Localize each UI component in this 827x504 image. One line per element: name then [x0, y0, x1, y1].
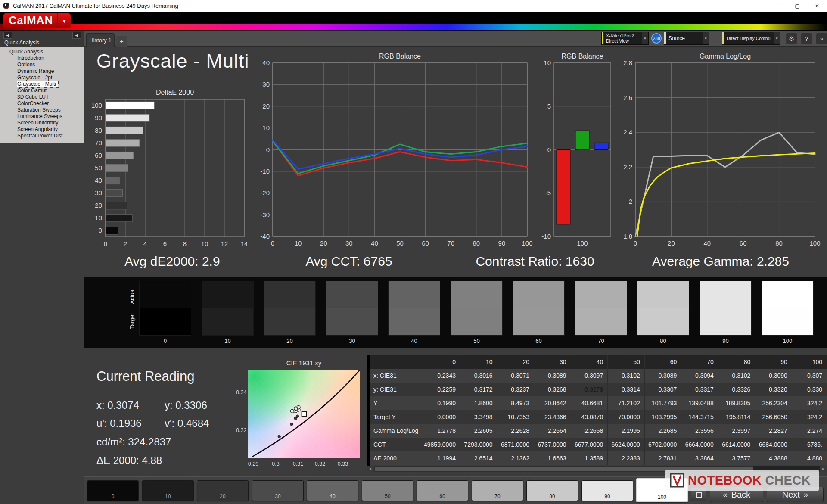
table-cell[interactable]: 0.3097 [571, 369, 608, 383]
table-cell[interactable]: 6702.0000 [644, 438, 681, 451]
tab-history-1[interactable]: History 1 [86, 33, 115, 47]
table-cell[interactable]: 0.3090 [755, 369, 792, 383]
table-cell[interactable]: 3.7577 [718, 451, 755, 465]
display-control-selector[interactable]: Direct Display Control ▼ [722, 32, 780, 45]
level-button-30[interactable]: 30 [252, 480, 304, 501]
sidebar-item-quick-analysis[interactable]: Quick Analysis [0, 49, 84, 55]
table-cell[interactable]: 0.3307 [644, 383, 681, 396]
sidebar-item-grayscale-2pt[interactable]: Grayscale - 2pt [0, 75, 84, 81]
table-cell[interactable]: 20.8642 [534, 396, 571, 410]
table-cell[interactable]: 2.7831 [644, 451, 681, 465]
table-cell[interactable]: 6737.0000 [534, 438, 571, 451]
table-cell[interactable]: 144.3715 [681, 410, 718, 424]
table-cell[interactable]: 3.3864 [681, 451, 718, 465]
table-cell[interactable]: 23.4366 [534, 410, 571, 424]
table-cell[interactable]: 1.1994 [423, 451, 460, 465]
table-cell[interactable]: 2.6514 [460, 451, 497, 465]
table-cell[interactable]: 6614.0000 [718, 438, 755, 451]
table-cell[interactable]: 0.3094 [681, 369, 718, 383]
table-cell[interactable]: 324.2 [792, 410, 827, 424]
maximize-button[interactable]: ▢ [787, 0, 807, 12]
sidebar-item-luminance-sweeps[interactable]: Luminance Sweeps [0, 113, 84, 120]
table-cell[interactable]: 40.6681 [571, 396, 608, 410]
table-cell[interactable]: 2.2827 [755, 424, 792, 438]
table-cell[interactable]: 6677.0000 [571, 438, 608, 451]
table-cell[interactable]: 0.3317 [681, 383, 718, 396]
sidebar-collapse-icon[interactable]: ◀ [72, 32, 81, 39]
table-cell[interactable]: 2.2685 [644, 424, 681, 438]
table-cell[interactable]: 0.2259 [423, 383, 460, 396]
level-button-0[interactable]: 0 [87, 480, 139, 501]
level-button-90[interactable]: 90 [581, 480, 633, 501]
table-cell[interactable]: 139.0488 [681, 396, 718, 410]
source-selector[interactable]: Source ▼ [664, 32, 709, 45]
help-icon[interactable]: ? [801, 33, 812, 44]
table-cell[interactable]: 0.0000 [423, 410, 460, 424]
table-cell[interactable]: 6664.0000 [681, 438, 718, 451]
table-cell[interactable]: 0.3237 [497, 383, 534, 396]
sidebar-item-spectral-power-dist[interactable]: Spectral Power Dist. [0, 133, 84, 139]
table-cell[interactable]: 49859.0000 [423, 438, 460, 451]
table-cell[interactable]: 256.2304 [755, 396, 792, 410]
table-cell[interactable]: 2.274 [792, 424, 827, 438]
table-cell[interactable]: 1.3589 [571, 451, 608, 465]
workflow-back-icon[interactable]: ◀ [3, 32, 12, 39]
table-cell[interactable]: 1.2778 [423, 424, 460, 438]
chevron-down-icon[interactable]: ▼ [703, 32, 709, 44]
table-cell[interactable]: 6624.0000 [608, 438, 645, 451]
level-button-60[interactable]: 60 [417, 480, 468, 501]
table-cell[interactable]: 4.880 [792, 451, 827, 465]
table-cell[interactable]: 0.1990 [423, 396, 460, 410]
minimize-button[interactable]: — [768, 0, 787, 12]
table-cell[interactable]: 2.2658 [571, 424, 608, 438]
table-cell[interactable]: 2.2628 [497, 424, 534, 438]
table-cell[interactable]: 0.3071 [497, 369, 534, 383]
table-cell[interactable]: 101.7793 [644, 396, 681, 410]
logo-dropdown-icon[interactable]: ▼ [57, 13, 71, 28]
sidebar-item-grayscale-multi[interactable]: Grayscale - Multi [17, 81, 58, 87]
table-cell[interactable]: 6684.0000 [755, 438, 792, 451]
table-cell[interactable]: 1.6663 [534, 451, 571, 465]
level-button-70[interactable]: 70 [472, 480, 523, 501]
sidebar-item-options[interactable]: Options [0, 62, 84, 68]
table-cell[interactable]: 2.3997 [718, 424, 755, 438]
table-cell[interactable]: 2.3556 [681, 424, 718, 438]
table-cell[interactable]: 103.2995 [644, 410, 681, 424]
table-cell[interactable]: 0.3268 [534, 383, 571, 396]
table-cell[interactable]: 0.3102 [718, 369, 755, 383]
sidebar-item-saturation-sweeps[interactable]: Saturation Sweeps [0, 107, 84, 113]
level-button-20[interactable]: 20 [197, 480, 249, 501]
level-button-50[interactable]: 50 [362, 480, 414, 501]
add-tab-button[interactable]: + [116, 36, 127, 47]
table-cell[interactable]: 6786. [792, 438, 827, 451]
table-cell[interactable]: 43.0870 [571, 410, 608, 424]
table-cell[interactable]: 6871.0000 [497, 438, 534, 451]
table-cell[interactable]: 0.3314 [608, 383, 645, 396]
meter-selector[interactable]: X-Rite i1Pro 2 Direct View ▼ [601, 32, 649, 45]
scroll-right-icon[interactable]: ► [820, 466, 827, 472]
table-cell[interactable]: 0.330 [792, 383, 827, 396]
table-cell[interactable]: 0.307 [792, 369, 827, 383]
table-cell[interactable]: 0.3279 [571, 383, 608, 396]
level-button-40[interactable]: 40 [307, 480, 358, 501]
sidebar-item-screen-uniformity[interactable]: Screen Uniformity [0, 120, 84, 126]
table-cell[interactable]: 189.8305 [718, 396, 755, 410]
table-cell[interactable]: 71.2102 [608, 396, 645, 410]
sidebar-item-3d-cube-lut[interactable]: 3D Cube LUT [0, 94, 84, 100]
sidebar-item-dynamic-range[interactable]: Dynamic Range [0, 68, 84, 75]
sidebar-item-introduction[interactable]: Introduction [0, 55, 84, 62]
table-cell[interactable]: 0.3016 [460, 369, 497, 383]
scroll-left-icon[interactable]: ◄ [367, 466, 374, 472]
table-cell[interactable]: 0.3089 [534, 369, 571, 383]
chevron-down-icon[interactable]: ▼ [642, 32, 648, 44]
table-cell[interactable]: 70.0000 [608, 410, 645, 424]
close-button[interactable]: ✕ [807, 0, 827, 12]
table-cell[interactable]: 2.2664 [534, 424, 571, 438]
table-cell[interactable]: 3.3498 [460, 410, 497, 424]
table-cell[interactable]: 7293.0000 [460, 438, 497, 451]
settings-gear-icon[interactable]: ⚙ [786, 33, 797, 44]
calman-logo[interactable]: CalMAN ▼ [3, 13, 71, 28]
table-cell[interactable]: 2.1362 [497, 451, 534, 465]
table-cell[interactable]: 2.1995 [608, 424, 645, 438]
table-cell[interactable]: 256.6050 [755, 410, 792, 424]
